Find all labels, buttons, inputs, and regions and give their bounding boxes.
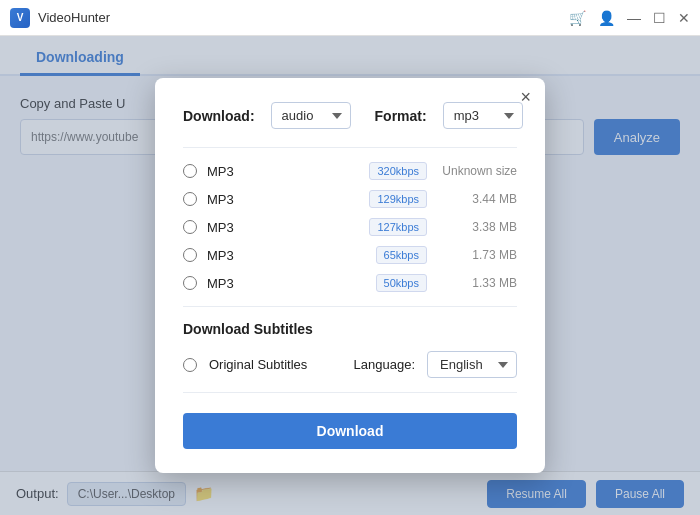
quality-radio-3[interactable] [183,248,197,262]
modal-overlay: × Download: audio video Format: mp3 m4a … [0,36,700,515]
user-icon[interactable]: 👤 [598,10,615,26]
quality-radio-2[interactable] [183,220,197,234]
bitrate-badge-0: 320kbps [369,162,427,180]
title-bar-left: V VideoHunter [10,8,110,28]
modal-close-button[interactable]: × [520,88,531,106]
file-size-0: Unknown size [437,164,517,178]
app-title: VideoHunter [38,10,110,25]
format-label: Format: [375,108,427,124]
bitrate-badge-3: 65kbps [376,246,427,264]
subtitles-heading: Download Subtitles [183,321,517,337]
divider-bottom [183,392,517,393]
format-name-1: MP3 [207,192,243,207]
language-select[interactable]: English Spanish French German Chinese [427,351,517,378]
quality-item-1: MP3 129kbps 3.44 MB [183,190,517,208]
bitrate-badge-4: 50kbps [376,274,427,292]
subtitles-radio[interactable] [183,358,197,372]
quality-item-3: MP3 65kbps 1.73 MB [183,246,517,264]
quality-item-4: MP3 50kbps 1.33 MB [183,274,517,292]
subtitles-section: Download Subtitles Original Subtitles La… [183,321,517,378]
close-icon[interactable]: ✕ [678,10,690,26]
download-format-row: Download: audio video Format: mp3 m4a og… [183,102,517,129]
divider-top [183,147,517,148]
subtitles-row: Original Subtitles Language: English Spa… [183,351,517,378]
quality-list: MP3 320kbps Unknown size MP3 129kbps 3.4… [183,162,517,292]
modal-dialog: × Download: audio video Format: mp3 m4a … [155,78,545,473]
quality-radio-1[interactable] [183,192,197,206]
title-bar-controls: 🛒 👤 — ☐ ✕ [569,10,690,26]
bitrate-badge-2: 127kbps [369,218,427,236]
quality-item-2: MP3 127kbps 3.38 MB [183,218,517,236]
quality-radio-4[interactable] [183,276,197,290]
format-name-4: MP3 [207,276,243,291]
maximize-icon[interactable]: ☐ [653,10,666,26]
download-type-select[interactable]: audio video [271,102,351,129]
divider-middle [183,306,517,307]
format-name-3: MP3 [207,248,243,263]
format-name-2: MP3 [207,220,243,235]
download-label: Download: [183,108,255,124]
file-size-3: 1.73 MB [437,248,517,262]
file-size-1: 3.44 MB [437,192,517,206]
file-size-4: 1.33 MB [437,276,517,290]
language-label: Language: [354,357,415,372]
modal-download-button[interactable]: Download [183,413,517,449]
format-select[interactable]: mp3 m4a ogg [443,102,523,129]
title-bar: V VideoHunter 🛒 👤 — ☐ ✕ [0,0,700,36]
minimize-icon[interactable]: — [627,10,641,26]
app-icon: V [10,8,30,28]
cart-icon[interactable]: 🛒 [569,10,586,26]
format-name-0: MP3 [207,164,243,179]
bitrate-badge-1: 129kbps [369,190,427,208]
file-size-2: 3.38 MB [437,220,517,234]
quality-radio-0[interactable] [183,164,197,178]
subtitles-label: Original Subtitles [209,357,307,372]
app-body: Downloading Copy and Paste U Analyze Out… [0,36,700,515]
quality-item-0: MP3 320kbps Unknown size [183,162,517,180]
